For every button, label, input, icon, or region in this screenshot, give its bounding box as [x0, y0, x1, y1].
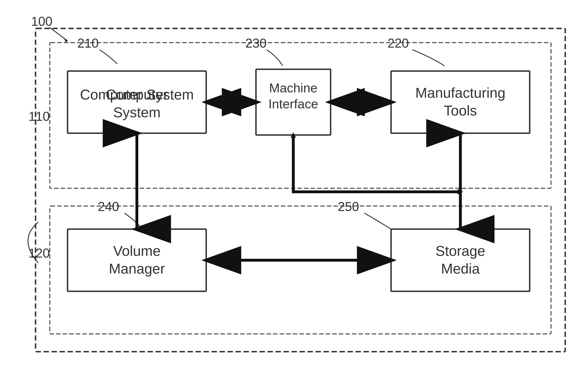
label-220: 220: [388, 36, 409, 50]
storage-media-line1: Storage: [435, 243, 485, 259]
label-110: 110: [28, 109, 50, 123]
diagram-container: 100 110 120 210 230 220 240 250 Computer…: [0, 0, 588, 373]
manufacturing-tools-line2: Tools: [444, 103, 477, 119]
label-230: 230: [245, 36, 267, 50]
computer-system-line2: System: [113, 104, 161, 120]
label-100: 100: [31, 14, 52, 28]
label-240: 240: [98, 200, 119, 214]
svg-rect-9: [391, 229, 530, 291]
manufacturing-tools-line1: Manufacturing: [415, 85, 505, 101]
machine-interface-line1: Machine: [269, 81, 317, 95]
svg-rect-7: [391, 71, 530, 133]
volume-manager-line1: Volume: [113, 243, 161, 259]
label-250: 250: [338, 200, 359, 214]
svg-rect-8: [68, 229, 206, 291]
machine-interface-line2: Interface: [268, 97, 318, 111]
storage-media-line2: Media: [441, 261, 480, 277]
volume-manager-line2: Manager: [109, 261, 165, 277]
label-210: 210: [77, 36, 99, 50]
computer-system-line1: Computer: [105, 87, 168, 102]
